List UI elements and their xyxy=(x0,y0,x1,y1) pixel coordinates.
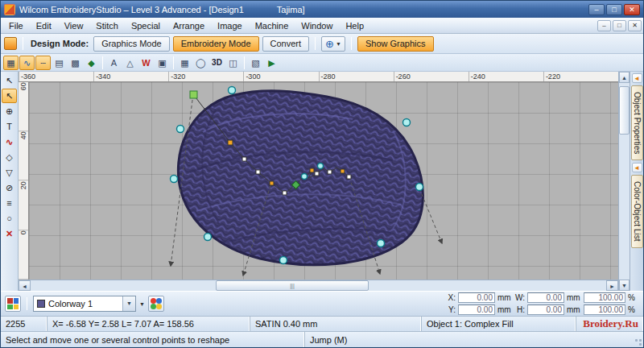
menu-arrange[interactable]: Arrange xyxy=(167,19,211,32)
h-unit: mm xyxy=(567,305,581,314)
separator xyxy=(27,297,27,310)
minimize-button[interactable]: – xyxy=(588,4,605,15)
application-window: Wilcom EmbroideryStudio – Level 3 Advanc… xyxy=(0,0,644,348)
embroidery-mode-button[interactable]: Embroidery Mode xyxy=(173,36,259,52)
circle-tool[interactable]: ○ xyxy=(2,211,17,226)
menu-window[interactable]: Window xyxy=(295,19,339,32)
design-canvas[interactable] xyxy=(29,82,618,280)
node-tool[interactable]: ✕ xyxy=(2,226,17,241)
resize-grip[interactable] xyxy=(632,332,643,347)
ruler-label: -280 xyxy=(319,72,394,81)
separator xyxy=(23,37,23,50)
colorway-swatch xyxy=(37,300,45,308)
menu-help[interactable]: Help xyxy=(339,19,370,32)
document-minimize-button[interactable]: – xyxy=(597,20,611,31)
ruler-label: -300 xyxy=(243,72,318,81)
lettering-tool[interactable]: T xyxy=(2,119,17,134)
x-input[interactable] xyxy=(458,292,495,303)
status-bar: 2255 X= -6.58 Y= 2.58 L= 7.07 A= 158.56 … xyxy=(1,317,643,332)
embroidery-object[interactable] xyxy=(178,91,423,265)
graphics-mode-button[interactable]: Graphics Mode xyxy=(93,36,170,52)
width-input[interactable] xyxy=(527,292,564,303)
start-node-handle[interactable] xyxy=(190,91,197,98)
menu-view[interactable]: View xyxy=(58,19,90,32)
show-graphics-button[interactable]: Show Graphics xyxy=(357,36,434,52)
scroll-left-icon[interactable]: ◄ xyxy=(19,280,31,291)
horizontal-scroll-thumb[interactable]: ||| xyxy=(216,280,369,291)
panel-expand-icon[interactable]: ◄ xyxy=(632,73,642,83)
document-close-button[interactable]: ✕ xyxy=(628,20,642,31)
hoop-globe-dropdown[interactable]: ⊕ ▼ xyxy=(321,36,345,52)
menu-file[interactable]: File xyxy=(2,19,30,32)
zoom-tool[interactable]: ⊕ xyxy=(2,104,17,118)
vertical-ruler: 60 40 20 0 xyxy=(19,82,29,280)
backdrop-icon[interactable]: ▣ xyxy=(155,56,170,70)
complex-fill-tool[interactable]: ▽ xyxy=(2,165,17,180)
menu-machine[interactable]: Machine xyxy=(249,19,295,32)
stitch-edit-tool[interactable]: ≡ xyxy=(2,196,17,210)
hoop-toggle-icon[interactable]: ◯ xyxy=(193,56,208,70)
colorway-select[interactable]: Colorway 1 ▼ xyxy=(33,296,136,312)
run-stitch-icon[interactable]: ┄ xyxy=(35,56,51,70)
overview-window-icon[interactable]: ▧ xyxy=(248,56,263,70)
height-input[interactable] xyxy=(527,304,564,315)
chevron-down-icon[interactable]: ▼ xyxy=(122,296,135,311)
scroll-up-icon[interactable]: ▲ xyxy=(619,72,630,83)
scroll-down-icon[interactable]: ▼ xyxy=(619,280,630,291)
panel-expand-icon[interactable]: ◄ xyxy=(632,163,642,172)
height-scale-input[interactable] xyxy=(584,304,625,315)
design-window-icon[interactable]: ▦ xyxy=(3,56,19,70)
hole-mark-tool[interactable]: ⊘ xyxy=(2,180,17,195)
applique-icon[interactable]: △ xyxy=(122,56,138,70)
maximize-button[interactable]: □ xyxy=(606,4,622,15)
horizontal-ruler: -360 -340 -320 -300 -280 -260 -240 -220 xyxy=(19,72,618,82)
horizontal-scrollbar[interactable]: ◄ ||| ► xyxy=(19,280,618,291)
lettering-icon[interactable]: A xyxy=(106,56,122,70)
chevron-down-icon[interactable]: ▼ xyxy=(139,301,145,307)
stitch-count: 2255 xyxy=(1,317,47,331)
convert-button[interactable]: Convert xyxy=(262,36,310,52)
grid-toggle-icon[interactable]: ▦ xyxy=(177,56,192,70)
window-title-machine: Tajima] xyxy=(277,5,584,14)
view-3d-button[interactable]: 3D xyxy=(209,56,225,70)
thread-palette-icon[interactable] xyxy=(5,296,21,312)
w-label: W: xyxy=(514,293,525,302)
ruler-label: 40 xyxy=(19,131,28,180)
wave-effect-icon[interactable]: W xyxy=(138,56,154,70)
stitch-toolbar: ▦ ∿ ┄ ▤ ▩ ◆ A △ W ▣ ▦ ◯ 3D ◫ ▧ ▶ xyxy=(1,54,643,72)
tab-object-properties[interactable]: Object Properties xyxy=(631,85,643,160)
h-label: H: xyxy=(514,305,525,314)
document-restore-button[interactable]: □ xyxy=(613,20,626,31)
separator xyxy=(244,56,245,69)
colorway-bar: Colorway 1 ▼ ▼ X: mm W: mm % Y: mm H: xyxy=(1,291,643,317)
menu-image[interactable]: Image xyxy=(211,19,249,32)
stitch-player-icon[interactable]: ▶ xyxy=(264,56,279,70)
width-scale-input[interactable] xyxy=(584,292,625,303)
measure-icon[interactable]: ◫ xyxy=(225,56,241,70)
closed-shape-tool[interactable]: ◇ xyxy=(2,150,17,164)
motif-fill-icon[interactable]: ◆ xyxy=(84,56,99,70)
satin-stitch-icon[interactable]: ▤ xyxy=(52,56,67,70)
close-button[interactable]: ✕ xyxy=(624,4,640,15)
cycle-colors-icon[interactable] xyxy=(148,296,164,312)
reshape-object-tool[interactable]: ↖ xyxy=(2,89,17,103)
zigzag-stitch-icon[interactable]: ∿ xyxy=(19,56,35,70)
menu-edit[interactable]: Edit xyxy=(30,19,58,32)
tatami-fill-icon[interactable]: ▩ xyxy=(68,56,83,70)
stitch-mode-icon xyxy=(4,37,17,50)
design-canvas-art xyxy=(29,82,618,280)
vertical-scroll-thumb[interactable] xyxy=(619,86,630,135)
menu-bar: File Edit View Stitch Special Arrange Im… xyxy=(1,18,643,34)
run-stitch-tool[interactable]: ∿ xyxy=(2,135,17,149)
scroll-right-icon[interactable]: ► xyxy=(606,280,618,291)
separator xyxy=(173,56,174,69)
globe-icon: ⊕ xyxy=(325,39,334,49)
vertical-scrollbar[interactable]: ▲ ▼ xyxy=(618,72,630,291)
y-input[interactable] xyxy=(458,304,495,315)
colorway-value: Colorway 1 xyxy=(48,299,122,309)
menu-special[interactable]: Special xyxy=(125,19,167,32)
tab-color-object-list[interactable]: Color-Object List xyxy=(631,175,643,247)
panel-tab-strip: ◄ Object Properties ◄ Color-Object List xyxy=(630,72,643,291)
select-object-tool[interactable]: ↖ xyxy=(2,73,17,88)
menu-stitch[interactable]: Stitch xyxy=(89,19,125,32)
